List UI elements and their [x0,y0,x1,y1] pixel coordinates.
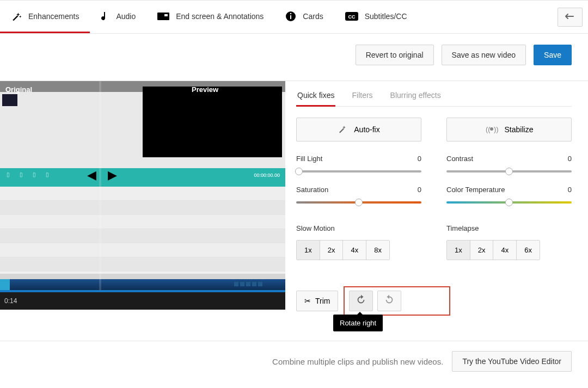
rotate-left-button[interactable] [377,291,401,311]
tab-audio[interactable]: Audio [90,1,146,33]
save-as-new-button[interactable]: Save as new video [442,45,526,65]
tab-label: Subtitles/CC [365,12,407,21]
rotate-tooltip: Rotate right [333,315,383,331]
subtab-filters[interactable]: Filters [351,91,373,107]
undo-button[interactable] [558,8,583,27]
subtab-quick-fixes[interactable]: Quick fixes [296,91,335,107]
compare-drag-handle[interactable] [99,81,101,290]
bottom-tools: ✂ Trim Rotate right [296,286,572,316]
try-video-editor-button[interactable]: Try the YouTube Video Editor [452,351,572,372]
group-label: Timelapse [446,224,572,232]
wand-icon [11,11,22,22]
svg-point-8 [490,127,493,131]
wand-icon [338,124,347,136]
tab-label: Cards [303,12,323,21]
scissors-icon: ✂ [304,297,311,305]
stabilize-icon: (()) [485,124,498,136]
slow-4x[interactable]: 4x [343,241,366,260]
controls-column: Quick fixes Filters Blurring effects Aut… [296,81,588,316]
tab-subtitles[interactable]: CC Subtitles/CC [334,1,418,33]
tab-label: End screen & Annotations [176,12,264,21]
slider-label: Contrast [446,155,473,163]
current-time: 0:14 [4,297,17,305]
lapse-6x[interactable]: 6x [517,241,540,260]
slider-value: 0 [418,155,421,163]
footer-bar: Combine multiple clips and publish new v… [0,341,588,381]
trim-button[interactable]: ✂ Trim [296,291,338,311]
svg-text:((: (( [486,125,491,133]
rotate-right-button[interactable] [349,291,373,311]
subtab-blurring[interactable]: Blurring effects [389,91,442,107]
preview-pane: Preview 00:00:00.00 [143,81,285,290]
tab-enhancements[interactable]: Enhancements [0,1,90,33]
auto-fix-button[interactable]: Auto-fix [296,118,421,141]
lapse-4x[interactable]: 4x [493,241,517,260]
video-time-bar[interactable]: 0:14 [0,290,285,310]
tab-label: Audio [116,12,136,21]
button-label: Stabilize [505,125,534,134]
svg-rect-1 [164,14,168,16]
rotate-right-icon [355,294,367,309]
group-label: Slow Motion [296,224,421,232]
slider-label: Color Temperature [446,186,505,194]
top-tab-bar: Enhancements Audio End screen & Annotati… [0,0,588,34]
svg-point-4 [290,13,292,14]
slow-motion-group: Slow Motion 1x 2x 4x 8x [296,224,421,260]
svg-text:)): )) [494,125,498,133]
timelapse-group: Timelapse 1x 2x 4x 6x [446,224,572,260]
saturation-slider[interactable]: Saturation 0 [296,186,421,204]
fill-light-slider[interactable]: Fill Light 0 [296,155,421,173]
compare-arrow-right-icon[interactable]: ▶ [108,168,117,182]
info-circle-icon [285,11,296,22]
slider-value: 0 [568,186,572,194]
cc-icon: CC [345,12,358,21]
undo-arrow-icon [565,13,575,22]
slider-label: Saturation [296,186,328,194]
slow-8x[interactable]: 8x [366,241,389,260]
save-button[interactable]: Save [534,45,572,65]
rotate-left-icon [383,294,395,309]
music-note-icon [101,11,109,22]
svg-rect-3 [290,15,291,19]
compare-arrow-left-icon[interactable]: ◀ [87,168,96,182]
tab-endscreen[interactable]: End screen & Annotations [146,1,274,33]
original-pane: Original ▯▯▯▯ [0,81,143,290]
svg-text:CC: CC [348,14,355,20]
lapse-1x[interactable]: 1x [447,241,470,260]
timelapse-segmented: 1x 2x 4x 6x [446,240,540,260]
original-label: Original [5,85,32,94]
slow-motion-segmented: 1x 2x 4x 8x [296,240,390,260]
contrast-slider[interactable]: Contrast 0 [446,155,572,173]
video-preview-stage[interactable]: Original ▯▯▯▯ Preview [0,81,285,310]
footer-text: Combine multiple clips and publish new v… [272,357,443,366]
action-row: Revert to original Save as new video Sav… [0,34,588,81]
preview-label: Preview [192,85,218,94]
rotate-group-highlight [344,286,450,316]
tab-label: Enhancements [28,12,79,21]
slow-1x[interactable]: 1x [297,241,320,260]
endscreen-icon [157,13,169,20]
slider-value: 0 [418,186,421,194]
lapse-2x[interactable]: 2x [470,241,494,260]
slow-2x[interactable]: 2x [320,241,344,260]
color-temperature-slider[interactable]: Color Temperature 0 [446,186,572,204]
button-label: Trim [315,297,330,305]
stabilize-button[interactable]: (()) Stabilize [446,118,572,141]
video-preview-column: Original ▯▯▯▯ Preview [0,81,285,310]
tab-cards[interactable]: Cards [274,1,334,33]
slider-label: Fill Light [296,155,322,163]
button-label: Auto-fix [354,125,379,134]
sub-tab-bar: Quick fixes Filters Blurring effects [296,91,572,107]
slider-value: 0 [568,155,572,163]
revert-button[interactable]: Revert to original [356,45,434,65]
